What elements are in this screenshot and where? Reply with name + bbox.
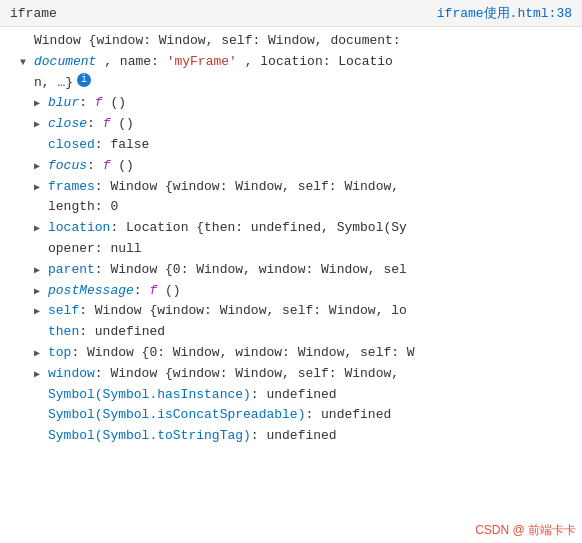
- list-item-self: self : Window {window: Window, self: Win…: [6, 301, 576, 322]
- arrow-placeholder: [34, 426, 48, 447]
- expand-arrow-window[interactable]: [34, 364, 48, 385]
- expand-arrow[interactable]: [20, 52, 34, 73]
- prop-key-focus: focus: [48, 156, 87, 177]
- prop-key-then: then: [48, 322, 79, 343]
- list-item-window: window : Window {window: Window, self: W…: [6, 364, 576, 385]
- list-item-symbol-isconcatspreadable: Symbol(Symbol.isConcatSpreadable) : unde…: [6, 405, 576, 426]
- line-content: Window {window: Window, self: Window, do…: [34, 31, 401, 52]
- prop-key-symbol-tostringtag: Symbol(Symbol.toStringTag): [48, 426, 251, 447]
- list-item-frames-length: length: 0: [6, 197, 576, 218]
- prop-key-closed: closed: [48, 135, 95, 156]
- expand-arrow-location[interactable]: [34, 218, 48, 239]
- expand-arrow-top[interactable]: [34, 343, 48, 364]
- arrow-placeholder: [34, 385, 48, 406]
- list-item-self-then: then : undefined: [6, 322, 576, 343]
- list-item-close: close : f (): [6, 114, 576, 135]
- arrow-placeholder: [34, 135, 48, 156]
- info-icon[interactable]: i: [77, 73, 91, 87]
- list-item-focus: focus : f (): [6, 156, 576, 177]
- list-item-postmessage: postMessage : f (): [6, 281, 576, 302]
- prop-key-parent: parent: [48, 260, 95, 281]
- prop-key-window: window: [48, 364, 95, 385]
- list-item-parent: parent : Window {0: Window, window: Wind…: [6, 260, 576, 281]
- arrow-placeholder: [20, 31, 34, 52]
- list-item: Window {window: Window, self: Window, do…: [6, 31, 576, 52]
- prop-key-self: self: [48, 301, 79, 322]
- list-item-top: top : Window {0: Window, window: Window,…: [6, 343, 576, 364]
- header-right-link[interactable]: iframe使用.html:38: [437, 4, 572, 22]
- prop-key-symbol-hasinstance: Symbol(Symbol.hasInstance): [48, 385, 251, 406]
- expand-arrow-blur[interactable]: [34, 93, 48, 114]
- watermark: CSDN @ 前端卡卡: [475, 522, 576, 539]
- list-item-symbol-hasinstance: Symbol(Symbol.hasInstance) : undefined: [6, 385, 576, 406]
- devtools-panel: iframe iframe使用.html:38 Window {window: …: [0, 0, 582, 543]
- header-row: iframe iframe使用.html:38: [0, 0, 582, 27]
- prop-key-document: document: [34, 54, 96, 69]
- prop-key-postmessage: postMessage: [48, 281, 134, 302]
- expand-arrow-self[interactable]: [34, 301, 48, 322]
- list-item-blur: blur : f (): [6, 93, 576, 114]
- expand-arrow-frames[interactable]: [34, 177, 48, 198]
- content-area[interactable]: Window {window: Window, self: Window, do…: [0, 27, 582, 540]
- list-item-document: document , name: 'myFrame' , location: L…: [6, 52, 576, 73]
- expand-arrow-postmessage[interactable]: [34, 281, 48, 302]
- prop-value-myframe: 'myFrame': [167, 54, 237, 69]
- expand-arrow-close[interactable]: [34, 114, 48, 135]
- list-item-location: location : Location {then: undefined, Sy…: [6, 218, 576, 239]
- expand-arrow-parent[interactable]: [34, 260, 48, 281]
- list-item-symbol-tostringtag: Symbol(Symbol.toStringTag) : undefined: [6, 426, 576, 447]
- list-item-document-wrap: n, …} i: [6, 73, 576, 94]
- prop-key-close: close: [48, 114, 87, 135]
- line-content: document , name: 'myFrame' , location: L…: [34, 52, 393, 73]
- list-item-location-opener: opener: null: [6, 239, 576, 260]
- prop-key-top: top: [48, 343, 71, 364]
- prop-key-blur: blur: [48, 93, 79, 114]
- header-left-label: iframe: [10, 6, 57, 21]
- expand-arrow-focus[interactable]: [34, 156, 48, 177]
- prop-key-frames: frames: [48, 177, 95, 198]
- list-item-frames: frames : Window {window: Window, self: W…: [6, 177, 576, 198]
- prop-key-symbol-isconcatspreadable: Symbol(Symbol.isConcatSpreadable): [48, 405, 305, 426]
- prop-key-location: location: [48, 218, 110, 239]
- list-item-closed: closed : false: [6, 135, 576, 156]
- arrow-placeholder: [34, 405, 48, 426]
